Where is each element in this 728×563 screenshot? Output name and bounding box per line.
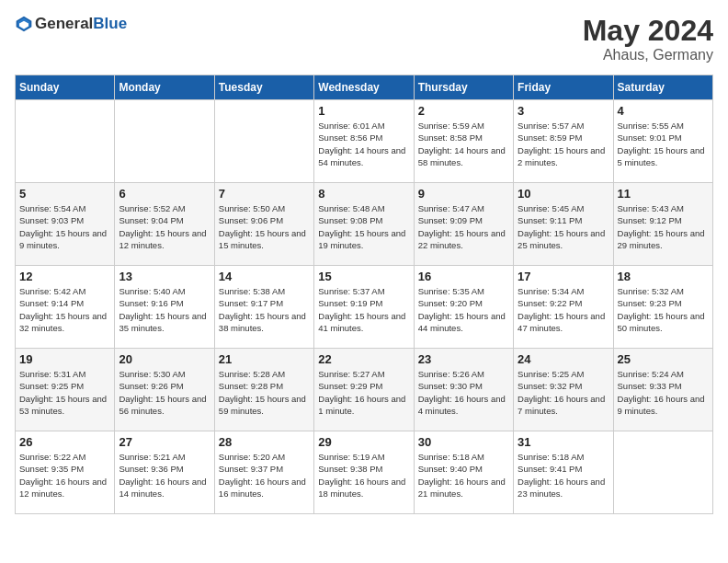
day-info: Sunrise: 5:47 AMSunset: 9:09 PMDaylight:… — [418, 202, 509, 251]
location: Ahaus, Germany — [583, 47, 713, 63]
calendar-week-4: 19Sunrise: 5:31 AMSunset: 9:25 PMDayligh… — [16, 349, 713, 431]
day-number: 30 — [418, 435, 509, 449]
calendar-cell: 22Sunrise: 5:27 AMSunset: 9:29 PMDayligh… — [314, 349, 414, 431]
calendar-cell: 4Sunrise: 5:55 AMSunset: 9:01 PMDaylight… — [613, 100, 712, 183]
day-info: Sunrise: 5:43 AMSunset: 9:12 PMDaylight:… — [618, 202, 709, 251]
day-info: Sunrise: 5:26 AMSunset: 9:30 PMDaylight:… — [418, 368, 509, 417]
day-number: 6 — [119, 187, 210, 201]
title-block: May 2024 Ahaus, Germany — [583, 15, 713, 63]
day-info: Sunrise: 5:18 AMSunset: 9:41 PMDaylight:… — [518, 451, 609, 500]
calendar-cell: 24Sunrise: 5:25 AMSunset: 9:32 PMDayligh… — [514, 349, 613, 431]
day-info: Sunrise: 5:38 AMSunset: 9:17 PMDaylight:… — [219, 285, 310, 334]
weekday-header-tuesday: Tuesday — [214, 75, 313, 100]
calendar-table: SundayMondayTuesdayWednesdayThursdayFrid… — [15, 75, 713, 514]
calendar-cell: 27Sunrise: 5:21 AMSunset: 9:36 PMDayligh… — [115, 431, 214, 514]
calendar-cell: 17Sunrise: 5:34 AMSunset: 9:22 PMDayligh… — [514, 266, 613, 349]
day-info: Sunrise: 5:37 AMSunset: 9:19 PMDaylight:… — [318, 285, 409, 334]
calendar-cell: 25Sunrise: 5:24 AMSunset: 9:33 PMDayligh… — [613, 349, 712, 431]
calendar-cell: 2Sunrise: 5:59 AMSunset: 8:58 PMDaylight… — [414, 100, 513, 183]
month-title: May 2024 — [583, 15, 713, 47]
weekday-header-monday: Monday — [115, 75, 214, 100]
day-number: 25 — [618, 352, 709, 366]
day-number: 2 — [418, 104, 509, 118]
day-number: 22 — [318, 352, 409, 366]
day-info: Sunrise: 5:32 AMSunset: 9:23 PMDaylight:… — [618, 285, 709, 334]
day-info: Sunrise: 5:24 AMSunset: 9:33 PMDaylight:… — [618, 368, 709, 417]
calendar-cell: 16Sunrise: 5:35 AMSunset: 9:20 PMDayligh… — [414, 266, 513, 349]
calendar-cell: 15Sunrise: 5:37 AMSunset: 9:19 PMDayligh… — [314, 266, 414, 349]
day-number: 29 — [318, 435, 409, 449]
day-number: 9 — [418, 187, 509, 201]
day-info: Sunrise: 5:18 AMSunset: 9:40 PMDaylight:… — [418, 451, 509, 500]
calendar-cell: 6Sunrise: 5:52 AMSunset: 9:04 PMDaylight… — [115, 183, 214, 266]
day-number: 8 — [318, 187, 409, 201]
calendar-cell: 18Sunrise: 5:32 AMSunset: 9:23 PMDayligh… — [613, 266, 712, 349]
calendar-cell: 13Sunrise: 5:40 AMSunset: 9:16 PMDayligh… — [115, 266, 214, 349]
day-number: 28 — [219, 435, 310, 449]
calendar-week-2: 5Sunrise: 5:54 AMSunset: 9:03 PMDaylight… — [16, 183, 713, 266]
calendar-cell: 29Sunrise: 5:19 AMSunset: 9:38 PMDayligh… — [314, 431, 414, 514]
calendar-cell: 3Sunrise: 5:57 AMSunset: 8:59 PMDaylight… — [514, 100, 613, 183]
calendar-cell — [16, 100, 115, 183]
calendar-week-3: 12Sunrise: 5:42 AMSunset: 9:14 PMDayligh… — [16, 266, 713, 349]
calendar-cell: 10Sunrise: 5:45 AMSunset: 9:11 PMDayligh… — [514, 183, 613, 266]
day-number: 13 — [119, 270, 210, 283]
calendar-cell — [613, 431, 712, 514]
weekday-header-thursday: Thursday — [414, 75, 513, 100]
day-info: Sunrise: 5:27 AMSunset: 9:29 PMDaylight:… — [318, 368, 409, 417]
day-info: Sunrise: 5:42 AMSunset: 9:14 PMDaylight:… — [19, 285, 110, 334]
day-number: 20 — [119, 352, 210, 366]
day-info: Sunrise: 5:19 AMSunset: 9:38 PMDaylight:… — [318, 451, 409, 500]
day-number: 11 — [618, 187, 709, 201]
calendar-cell: 9Sunrise: 5:47 AMSunset: 9:09 PMDaylight… — [414, 183, 513, 266]
day-info: Sunrise: 5:28 AMSunset: 9:28 PMDaylight:… — [219, 368, 310, 417]
day-number: 21 — [219, 352, 310, 366]
calendar-cell — [115, 100, 214, 183]
weekday-header-row: SundayMondayTuesdayWednesdayThursdayFrid… — [16, 75, 713, 100]
weekday-header-saturday: Saturday — [613, 75, 712, 100]
day-number: 12 — [19, 270, 110, 283]
day-info: Sunrise: 5:20 AMSunset: 9:37 PMDaylight:… — [219, 451, 310, 500]
calendar-cell: 1Sunrise: 6:01 AMSunset: 8:56 PMDaylight… — [314, 100, 414, 183]
day-number: 4 — [618, 104, 709, 118]
day-number: 18 — [618, 270, 709, 283]
day-info: Sunrise: 5:45 AMSunset: 9:11 PMDaylight:… — [518, 202, 609, 251]
calendar-cell: 5Sunrise: 5:54 AMSunset: 9:03 PMDaylight… — [16, 183, 115, 266]
day-info: Sunrise: 5:50 AMSunset: 9:06 PMDaylight:… — [219, 202, 310, 251]
weekday-header-friday: Friday — [514, 75, 613, 100]
logo-icon — [15, 15, 33, 33]
calendar-cell — [214, 100, 313, 183]
day-number: 24 — [518, 352, 609, 366]
calendar-cell: 30Sunrise: 5:18 AMSunset: 9:40 PMDayligh… — [414, 431, 513, 514]
day-info: Sunrise: 5:54 AMSunset: 9:03 PMDaylight:… — [19, 202, 110, 251]
day-number: 16 — [418, 270, 509, 283]
calendar-cell: 14Sunrise: 5:38 AMSunset: 9:17 PMDayligh… — [214, 266, 313, 349]
calendar-cell: 20Sunrise: 5:30 AMSunset: 9:26 PMDayligh… — [115, 349, 214, 431]
calendar-cell: 12Sunrise: 5:42 AMSunset: 9:14 PMDayligh… — [16, 266, 115, 349]
logo: GeneralBlue — [15, 15, 127, 33]
calendar-cell: 28Sunrise: 5:20 AMSunset: 9:37 PMDayligh… — [214, 431, 313, 514]
day-number: 1 — [318, 104, 409, 118]
calendar-week-5: 26Sunrise: 5:22 AMSunset: 9:35 PMDayligh… — [16, 431, 713, 514]
day-number: 26 — [19, 435, 110, 449]
calendar-cell: 31Sunrise: 5:18 AMSunset: 9:41 PMDayligh… — [514, 431, 613, 514]
day-number: 10 — [518, 187, 609, 201]
day-number: 23 — [418, 352, 509, 366]
day-number: 5 — [19, 187, 110, 201]
day-number: 27 — [119, 435, 210, 449]
day-number: 7 — [219, 187, 310, 201]
day-number: 3 — [518, 104, 609, 118]
day-number: 14 — [219, 270, 310, 283]
day-info: Sunrise: 5:59 AMSunset: 8:58 PMDaylight:… — [418, 120, 509, 168]
day-number: 15 — [318, 270, 409, 283]
day-info: Sunrise: 5:52 AMSunset: 9:04 PMDaylight:… — [119, 202, 210, 251]
calendar-cell: 8Sunrise: 5:48 AMSunset: 9:08 PMDaylight… — [314, 183, 414, 266]
day-info: Sunrise: 5:22 AMSunset: 9:35 PMDaylight:… — [19, 451, 110, 500]
calendar-cell: 23Sunrise: 5:26 AMSunset: 9:30 PMDayligh… — [414, 349, 513, 431]
calendar-week-1: 1Sunrise: 6:01 AMSunset: 8:56 PMDaylight… — [16, 100, 713, 183]
day-info: Sunrise: 5:55 AMSunset: 9:01 PMDaylight:… — [618, 120, 709, 168]
calendar-cell: 7Sunrise: 5:50 AMSunset: 9:06 PMDaylight… — [214, 183, 313, 266]
day-info: Sunrise: 5:40 AMSunset: 9:16 PMDaylight:… — [119, 285, 210, 334]
calendar-cell: 26Sunrise: 5:22 AMSunset: 9:35 PMDayligh… — [16, 431, 115, 514]
day-info: Sunrise: 5:31 AMSunset: 9:25 PMDaylight:… — [19, 368, 110, 417]
